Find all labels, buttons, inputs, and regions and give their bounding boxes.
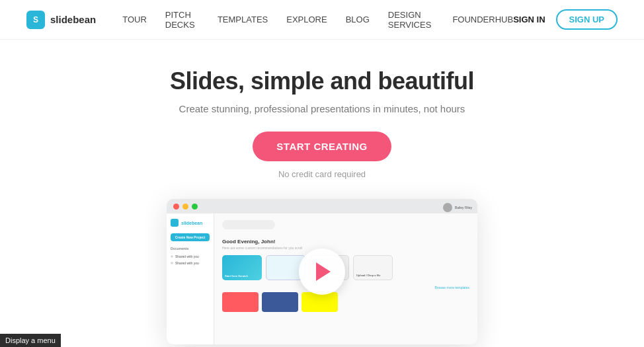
nav-blog[interactable]: BLOG xyxy=(346,15,370,24)
hero-title: Slides, simple and beautiful xyxy=(0,67,644,95)
app-window: slidebean Create New Project Documents S… xyxy=(167,199,477,344)
app-greeting: Good Evening, John! xyxy=(222,239,469,245)
user-name: Bailey Riley xyxy=(455,206,472,210)
sign-up-button[interactable]: SIGN UP xyxy=(556,9,618,30)
nav-links: TOUR PITCH DECKS TEMPLATES EXPLORE BLOG … xyxy=(122,10,513,30)
status-bar: Display a menu xyxy=(0,334,61,347)
sidebar-dot-1 xyxy=(171,255,173,258)
hero-section: Slides, simple and beautiful Create stun… xyxy=(0,40,644,192)
browse-more-link[interactable]: Browse more templates xyxy=(222,286,469,289)
app-main-content: Bailey Riley Good Evening, John! Here ar… xyxy=(214,213,477,344)
sidebar-section-label: Documents xyxy=(171,247,210,251)
minimize-dot xyxy=(182,204,188,210)
app-greeting-sub: Here are some custom recommendations for… xyxy=(222,246,469,250)
template-facebook[interactable] xyxy=(262,292,298,312)
window-titlebar xyxy=(167,199,477,213)
card-upload-label: Upload / Drop a file xyxy=(356,274,380,277)
app-preview-container: slidebean Create New Project Documents S… xyxy=(0,199,644,344)
template-snapchat[interactable] xyxy=(302,292,338,312)
sidebar-logo-text: slidebean xyxy=(181,221,202,225)
sidebar-logo: slidebean xyxy=(171,219,210,227)
sidebar-shared-label-1: Shared with you xyxy=(175,254,199,258)
logo-letter: S xyxy=(33,15,38,24)
start-creating-button[interactable]: START CREATING xyxy=(253,132,391,161)
maximize-dot xyxy=(192,204,198,210)
user-avatar xyxy=(443,203,452,212)
app-search-bar[interactable] xyxy=(222,220,275,229)
logo-text: slidebean xyxy=(50,14,96,25)
play-icon xyxy=(316,262,331,281)
template-airbnb[interactable] xyxy=(222,292,259,312)
app-sidebar: slidebean Create New Project Documents S… xyxy=(167,213,214,344)
play-button[interactable] xyxy=(299,249,345,295)
logo-area[interactable]: S slidebean xyxy=(26,11,96,29)
template-cards-row: Start from Scratch Upload / Drop a file xyxy=(222,255,469,280)
sign-in-button[interactable]: SIGN IN xyxy=(513,15,545,24)
nav-founderhub[interactable]: FOUNDERHUB xyxy=(452,15,513,24)
sidebar-shared-2: Shared with you xyxy=(171,260,210,266)
sidebar-logo-icon xyxy=(171,219,179,227)
template-card-start[interactable]: Start from Scratch xyxy=(222,255,262,280)
nav-templates[interactable]: TEMPLATES xyxy=(218,15,268,24)
no-credit-text: No credit card required xyxy=(0,169,644,179)
nav-design-services[interactable]: DESIGN SERVICES xyxy=(388,10,434,30)
nav-actions: SIGN IN SIGN UP xyxy=(513,9,618,30)
nav-pitch-decks[interactable]: PITCH DECKS xyxy=(165,10,199,30)
nav-tour[interactable]: TOUR xyxy=(122,15,147,24)
sidebar-dot-2 xyxy=(171,262,173,264)
card-start-label: Start from Scratch xyxy=(225,274,248,278)
hero-subtitle: Create stunning, professional presentati… xyxy=(0,103,644,114)
close-dot xyxy=(173,204,179,210)
nav-explore[interactable]: EXPLORE xyxy=(286,15,327,24)
user-avatar-area: Bailey Riley xyxy=(443,203,472,212)
slidebean-logo-icon: S xyxy=(26,11,45,29)
sidebar-shared-1: Shared with you xyxy=(171,253,210,260)
bottom-templates xyxy=(222,292,469,312)
template-card-upload[interactable]: Upload / Drop a file xyxy=(353,255,393,280)
navbar: S slidebean TOUR PITCH DECKS TEMPLATES E… xyxy=(0,0,644,40)
sidebar-shared-label-2: Shared with you xyxy=(175,261,199,265)
status-bar-label: Display a menu xyxy=(5,336,56,344)
new-project-button[interactable]: Create New Project xyxy=(171,233,210,241)
